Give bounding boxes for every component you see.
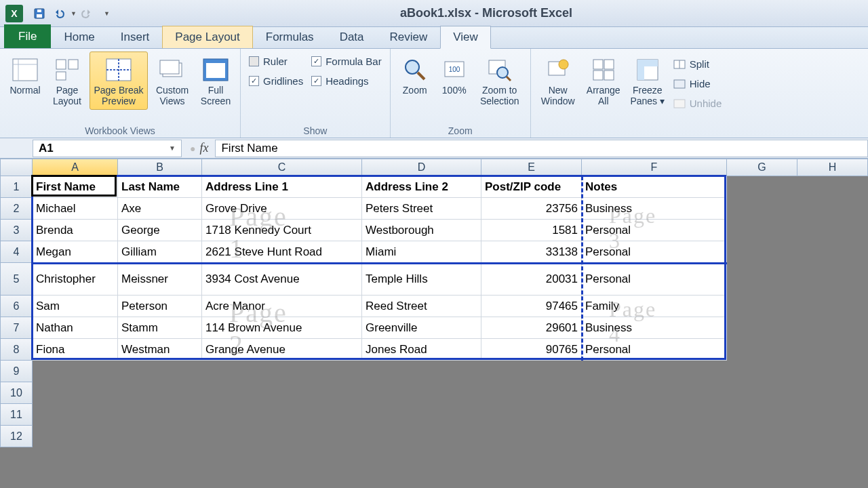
column-header-d[interactable]: D: [362, 159, 481, 176]
select-all-corner[interactable]: [0, 159, 33, 176]
data-cell[interactable]: Miami: [362, 241, 481, 263]
data-cell[interactable]: Sam: [33, 296, 118, 317]
data-cell[interactable]: Peterson: [118, 296, 202, 317]
data-cell[interactable]: Personal: [582, 241, 727, 263]
data-cell[interactable]: George: [118, 220, 202, 241]
undo-dropdown-icon[interactable]: ▼: [71, 10, 77, 17]
data-cell[interactable]: Business: [582, 317, 727, 339]
tab-file[interactable]: File: [4, 24, 51, 48]
save-button[interactable]: [30, 5, 49, 22]
tab-review[interactable]: Review: [377, 26, 441, 48]
page-break-preview-button[interactable]: Page Break Preview: [90, 52, 148, 110]
row-header-12[interactable]: 12: [0, 426, 33, 447]
data-cell[interactable]: Westman: [118, 339, 202, 361]
row-header-6[interactable]: 6: [0, 296, 33, 317]
column-header-h[interactable]: H: [797, 159, 868, 176]
tab-insert[interactable]: Insert: [108, 26, 163, 48]
headings-checkbox[interactable]: ✓Headings: [309, 71, 384, 91]
formula-input[interactable]: First Name: [215, 140, 868, 157]
new-window-button[interactable]: New Window: [536, 52, 580, 110]
data-cell[interactable]: 33138: [481, 241, 582, 263]
tab-page-layout[interactable]: Page Layout: [162, 26, 252, 48]
normal-view-button[interactable]: Normal: [5, 52, 45, 99]
row-header-1[interactable]: 1: [0, 176, 33, 198]
data-cell[interactable]: 1581: [481, 220, 582, 241]
page-layout-view-button[interactable]: Page Layout: [47, 52, 87, 110]
data-cell[interactable]: 1718 Kennedy Court: [202, 220, 362, 241]
header-cell[interactable]: Address Line 2: [362, 176, 481, 198]
column-header-f[interactable]: F: [582, 159, 727, 176]
data-cell[interactable]: 29601: [481, 317, 582, 339]
formula-bar-checkbox[interactable]: ✓Formula Bar: [309, 52, 384, 71]
zoom-button[interactable]: Zoom: [396, 52, 434, 99]
header-cell[interactable]: Notes: [582, 176, 727, 198]
column-header-e[interactable]: E: [481, 159, 582, 176]
data-cell[interactable]: Gilliam: [118, 241, 202, 263]
header-cell[interactable]: Last Name: [118, 176, 202, 198]
undo-button[interactable]: [50, 5, 69, 22]
row-header-9[interactable]: 9: [0, 361, 33, 382]
data-cell[interactable]: 2621 Steve Hunt Road: [202, 241, 362, 263]
header-cell[interactable]: Address Line 1: [202, 176, 362, 198]
data-cell[interactable]: Greenville: [362, 317, 481, 339]
data-cell[interactable]: Christopher: [33, 263, 118, 296]
data-cell[interactable]: 23756: [481, 198, 582, 220]
data-cell[interactable]: Brenda: [33, 220, 118, 241]
data-cell[interactable]: Meissner: [118, 263, 202, 296]
data-cell[interactable]: Megan: [33, 241, 118, 263]
data-cell[interactable]: Acre Manor: [202, 296, 362, 317]
data-cell[interactable]: Personal: [582, 263, 727, 296]
data-cell[interactable]: Axe: [118, 198, 202, 220]
hide-button[interactable]: Hide: [671, 74, 725, 94]
data-cell[interactable]: Grove Drive: [202, 198, 362, 220]
data-area[interactable]: First NameLast NameAddress Line 1Address…: [33, 176, 727, 361]
data-cell[interactable]: Nathan: [33, 317, 118, 339]
split-button[interactable]: Split: [671, 54, 725, 74]
data-cell[interactable]: Jones Road: [362, 339, 481, 361]
column-header-g[interactable]: G: [727, 159, 797, 176]
tab-formulas[interactable]: Formulas: [253, 26, 327, 48]
header-cell[interactable]: First Name: [33, 176, 118, 198]
data-cell[interactable]: 97465: [481, 296, 582, 317]
row-header-11[interactable]: 11: [0, 404, 33, 426]
data-cell[interactable]: Reed Street: [362, 296, 481, 317]
row-header-4[interactable]: 4: [0, 241, 33, 263]
data-cell[interactable]: Michael: [33, 198, 118, 220]
data-cell[interactable]: 3934 Cost Avenue: [202, 263, 362, 296]
data-cell[interactable]: Stamm: [118, 317, 202, 339]
column-header-b[interactable]: B: [118, 159, 202, 176]
column-header-c[interactable]: C: [202, 159, 362, 176]
row-header-2[interactable]: 2: [0, 198, 33, 220]
row-header-8[interactable]: 8: [0, 339, 33, 361]
row-header-3[interactable]: 3: [0, 220, 33, 241]
data-cell[interactable]: Personal: [582, 339, 727, 361]
tab-home[interactable]: Home: [51, 26, 107, 48]
data-cell[interactable]: Fiona: [33, 339, 118, 361]
custom-views-button[interactable]: Custom Views: [151, 52, 194, 110]
data-cell[interactable]: Temple Hills: [362, 263, 481, 296]
tab-view[interactable]: View: [440, 26, 491, 49]
data-cell[interactable]: 20031: [481, 263, 582, 296]
row-header-7[interactable]: 7: [0, 317, 33, 339]
qat-customize-icon[interactable]: ▼: [104, 10, 110, 17]
tab-data[interactable]: Data: [327, 26, 377, 48]
row-header-5[interactable]: 5: [0, 263, 33, 296]
ruler-checkbox[interactable]: Ruler: [246, 52, 306, 71]
full-screen-button[interactable]: Full Screen: [197, 52, 235, 110]
zoom-selection-button[interactable]: Zoom to Selection: [475, 52, 525, 110]
column-header-a[interactable]: A: [33, 159, 118, 176]
chevron-down-icon[interactable]: ▼: [169, 144, 176, 152]
name-box[interactable]: A1 ▼: [33, 140, 182, 157]
zoom-100-button[interactable]: 100 100%: [437, 52, 472, 99]
arrange-all-button[interactable]: Arrange All: [583, 52, 625, 110]
freeze-panes-button[interactable]: Freeze Panes ▾: [627, 52, 668, 110]
row-header-10[interactable]: 10: [0, 382, 33, 404]
data-cell[interactable]: 114 Brown Avenue: [202, 317, 362, 339]
fx-icon[interactable]: fx: [199, 141, 208, 155]
data-cell[interactable]: 90765: [481, 339, 582, 361]
header-cell[interactable]: Post/ZIP code: [481, 176, 582, 198]
data-cell[interactable]: Grange Avenue: [202, 339, 362, 361]
data-cell[interactable]: Family: [582, 296, 727, 317]
data-cell[interactable]: Westborough: [362, 220, 481, 241]
redo-button[interactable]: [78, 5, 97, 22]
